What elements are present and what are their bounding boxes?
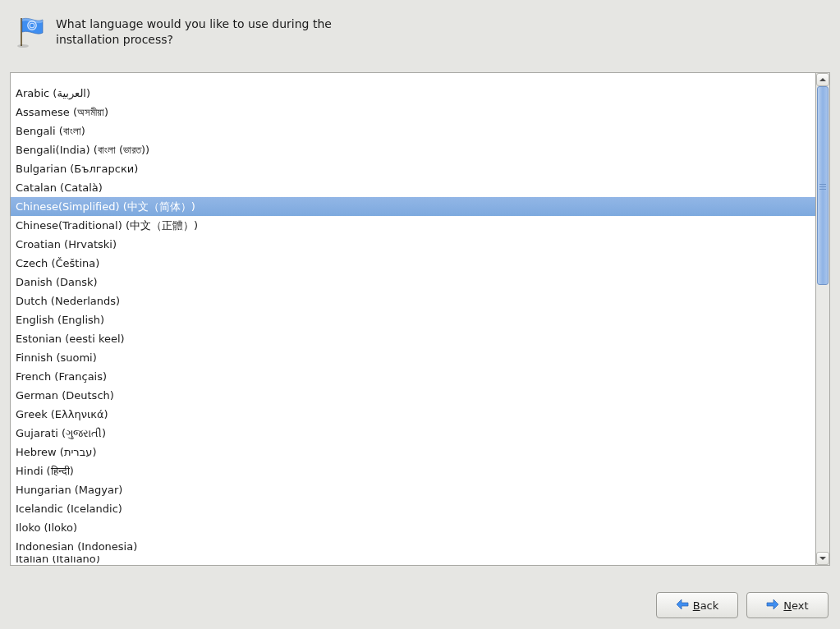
back-mnemonic: B — [693, 599, 700, 612]
language-option[interactable]: Hindi (हिन्दी) — [11, 461, 815, 480]
language-option[interactable]: Bulgarian (Български) — [11, 159, 815, 178]
prompt-text: What language would you like to use duri… — [56, 15, 343, 48]
language-option[interactable]: Hungarian (Magyar) — [11, 480, 815, 499]
scroll-thumb[interactable] — [817, 86, 829, 285]
scroll-down-button[interactable] — [816, 552, 829, 565]
language-option[interactable]: Bengali (বাংলা) — [11, 122, 815, 140]
language-option[interactable]: Danish (Dansk) — [11, 273, 815, 292]
language-option[interactable]: Finnish (suomi) — [11, 348, 815, 367]
footer: Back Next — [0, 581, 840, 629]
next-button-label: Next — [783, 599, 808, 612]
next-mnemonic: N — [783, 599, 792, 612]
language-option[interactable]: Assamese (অসমীয়া) — [11, 103, 815, 122]
language-option[interactable]: Indonesian (Indonesia) — [11, 537, 815, 556]
back-button[interactable]: Back — [656, 592, 738, 618]
language-option[interactable]: Greek (Ελληνικά) — [11, 405, 815, 424]
scroll-up-button[interactable] — [816, 73, 829, 86]
next-button[interactable]: Next — [746, 592, 829, 618]
language-option[interactable]: Icelandic (Icelandic) — [11, 499, 815, 518]
scroll-track[interactable] — [816, 86, 829, 552]
svg-point-3 — [17, 44, 29, 48]
arrow-left-icon — [676, 599, 689, 613]
language-option[interactable]: German (Deutsch) — [11, 386, 815, 405]
header: What language would you like to use duri… — [0, 0, 840, 64]
language-option[interactable]: Chinese(Traditional) (中文（正體）) — [11, 216, 815, 235]
language-option[interactable]: Chinese(Simplified) (中文（简体）) — [11, 197, 815, 216]
language-flag-icon — [11, 15, 44, 50]
language-option[interactable]: Dutch (Nederlands) — [11, 292, 815, 310]
language-option[interactable]: Gujarati (ગુજરાતી) — [11, 424, 815, 443]
language-panel: Arabic (العربية)Assamese (অসমীয়া)Bengal… — [10, 72, 830, 566]
language-option[interactable]: Estonian (eesti keel) — [11, 329, 815, 348]
language-list[interactable]: Arabic (العربية)Assamese (অসমীয়া)Bengal… — [10, 72, 816, 566]
list-item-partial-top[interactable] — [11, 74, 815, 84]
language-option[interactable]: French (Français) — [11, 367, 815, 386]
language-option[interactable]: Arabic (العربية) — [11, 84, 815, 103]
language-option[interactable]: Bengali(India) (বাংলা (ভারত)) — [11, 140, 815, 159]
language-option[interactable]: Iloko (Iloko) — [11, 518, 815, 537]
back-button-label: Back — [693, 599, 719, 612]
scrollbar[interactable] — [816, 72, 830, 566]
language-option[interactable]: Croatian (Hrvatski) — [11, 235, 815, 254]
language-option[interactable]: Hebrew (עברית) — [11, 443, 815, 461]
language-option[interactable]: English (English) — [11, 310, 815, 329]
language-option[interactable]: Catalan (Català) — [11, 178, 815, 197]
list-item-partial-bottom[interactable]: Italian (Italiano) — [11, 556, 815, 566]
language-option[interactable]: Czech (Čeština) — [11, 254, 815, 273]
arrow-right-icon — [766, 599, 779, 613]
